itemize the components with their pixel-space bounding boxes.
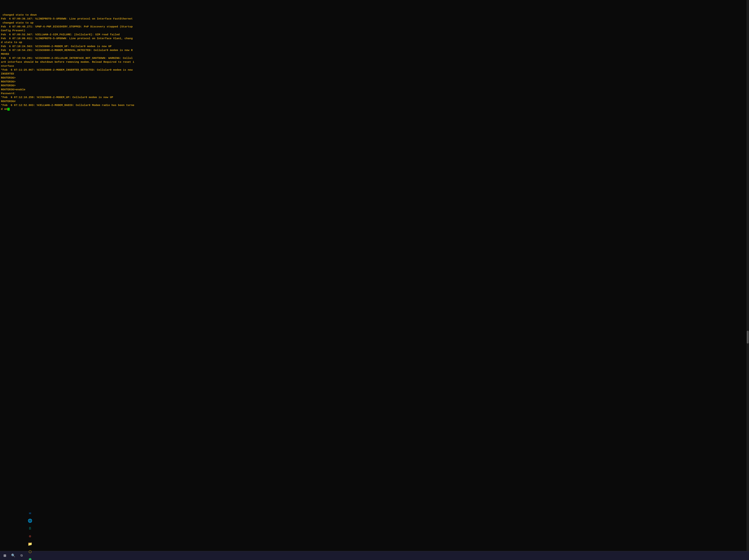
taskbar-icons: ✉🌐B⊙📁⬡⬢🖥✏☁🔒🛡: [26, 509, 34, 560]
start-icon: ⊞: [3, 553, 6, 558]
terminal-line: *Feb 6 07:12:10.259: %CISCO800-2-MODEM_U…: [1, 95, 748, 99]
terminal-line: Config Present): [1, 29, 748, 32]
terminal-content: changed state to downFeb 6 07:09:36.167:…: [1, 13, 748, 111]
terminal-line: changed state to up: [1, 21, 748, 25]
search-icon: 🔍: [11, 554, 15, 558]
taskbar-icon-files[interactable]: 📁: [26, 540, 34, 548]
taskbar-icon-chrome[interactable]: ⊙: [26, 532, 34, 540]
task-view-icon: ⧉: [21, 554, 23, 557]
scrollbar-track[interactable]: [746, 0, 749, 551]
taskbar-icon-edge[interactable]: 🌐: [26, 517, 34, 525]
terminal-line: INSERTED: [1, 72, 748, 76]
terminal-line: Feb 6 07:10:06.011: %LINEPROTO-5-UPDOWN:…: [1, 37, 748, 41]
taskbar-icon-bing[interactable]: B: [26, 525, 34, 532]
taskbar: ⊞ 🔍 ⧉ ✉🌐B⊙📁⬡⬢🖥✏☁🔒🛡: [0, 551, 749, 560]
terminal-line: Feb 6 07:09:36.167: %LINEPROTO-5-UPDOWN:…: [1, 17, 748, 21]
terminal-line: nterface: [1, 64, 748, 68]
terminal-line: d state to up: [1, 41, 748, 44]
terminal-line: d on: [1, 107, 748, 111]
terminal-line: *Feb 6 07:11:25.067: %CISCO800-2-MODEM_I…: [1, 68, 748, 72]
terminal-line: ar0 interface should be shutdown before …: [1, 60, 748, 64]
terminal-line: *Feb 6 07:12:52.803: %CELLWAN-2-MODEM_RA…: [1, 104, 748, 107]
search-button[interactable]: 🔍: [9, 552, 17, 560]
terminal-window[interactable]: changed state to downFeb 6 07:09:36.167:…: [0, 0, 749, 551]
terminal-line: ROUTER3G>: [1, 76, 748, 80]
terminal-line: Feb 6 07:09:52.567: %CELLWAN-2-SIM_FAILU…: [1, 33, 748, 37]
terminal-line: ROUTER3G>: [1, 84, 748, 88]
terminal-line: ROUTER3G>: [1, 80, 748, 84]
terminal-line: Feb 6 07:09:40.271: %PNP-6-PNP_DISCOVERY…: [1, 25, 748, 29]
scrollbar-thumb[interactable]: [747, 331, 749, 343]
start-button[interactable]: ⊞: [1, 552, 9, 560]
terminal-line: ROUTER3G#: [1, 99, 748, 104]
terminal-line: changed state to down: [1, 13, 748, 17]
terminal-line: ROUTER3G>enable: [1, 88, 748, 92]
terminal-line: MOVED: [1, 52, 748, 56]
terminal-line: Feb 6 07:10:54.291: %CISCO800-2-CELLULAR…: [1, 56, 748, 60]
taskbar-icon-app-green2[interactable]: ⬢: [26, 556, 34, 560]
taskbar-icon-outlook[interactable]: ✉: [26, 509, 34, 517]
taskbar-icon-app-yellow[interactable]: ⬡: [26, 548, 34, 556]
terminal-line: Feb 6 07:10:54.291: %CISCO800-2-MODEM_RE…: [1, 48, 748, 52]
terminal-line: Password:: [1, 92, 748, 95]
task-view-button[interactable]: ⧉: [18, 552, 25, 560]
terminal-cursor: [7, 108, 10, 111]
terminal-line: Feb 6 07:10:24.563: %CISCO800-2-MODEM_UP…: [1, 45, 748, 48]
